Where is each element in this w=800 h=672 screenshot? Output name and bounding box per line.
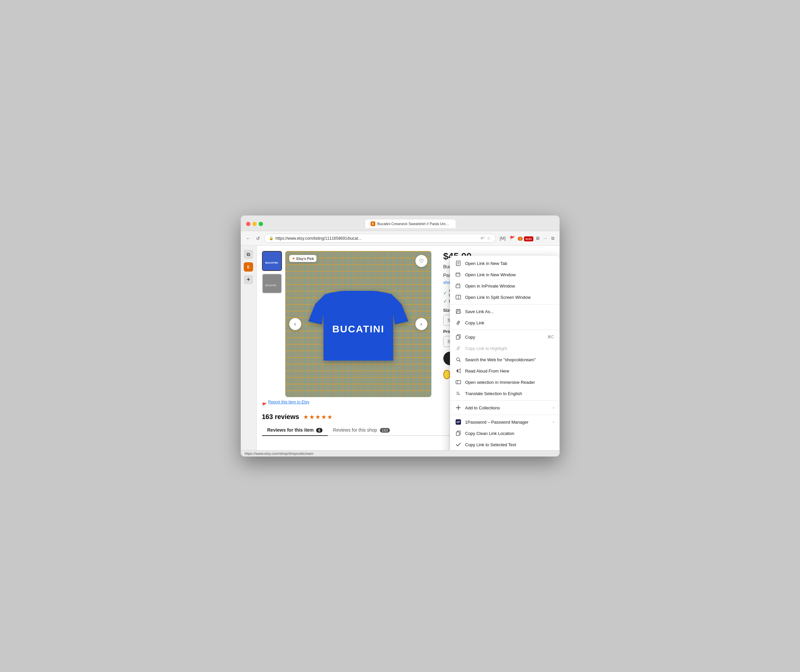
link-icon (455, 320, 461, 326)
title-bar: E Bucatini Crewneck Sweatshirt // Pasta … (241, 216, 560, 231)
sweatshirt-illustration: BUCATINI (305, 274, 411, 374)
copy-clean-icon (455, 430, 461, 436)
context-menu-item-open-split[interactable]: Open Link In Split Screen Window (450, 291, 560, 303)
copy-icon (455, 334, 461, 340)
context-menu-divider (450, 400, 560, 401)
browser-body: ⧉ E + BUCATINI (241, 246, 560, 450)
menu-item-label: Copy (465, 335, 543, 340)
sidebar-copy-icon[interactable]: ⧉ (244, 250, 253, 259)
star-seller-icon: ⭐ (443, 370, 450, 379)
status-url: https://www.etsy.com/shop/shopcoldcream (245, 451, 314, 456)
context-menu-item-read-aloud[interactable]: Read Aloud From Here (450, 365, 560, 376)
favorite-button[interactable]: ♡ (416, 255, 427, 267)
menu-item-label: Read Aloud From Here (465, 368, 554, 373)
svg-text:A: A (458, 393, 460, 396)
menu-item-label: Open in InPrivate Window (465, 283, 554, 288)
etsys-pick-badge: ★ Etsy's Pick (289, 255, 317, 262)
immersive-icon (455, 379, 461, 385)
menu-item-label: Copy Clean Link Location (465, 431, 554, 436)
collections-button[interactable]: [M] (498, 234, 507, 242)
context-menu-item-save-link[interactable]: Save Link As... (450, 306, 560, 317)
context-menu-item-copy-link[interactable]: Copy Link (450, 317, 560, 328)
prev-image-button[interactable]: ‹ (289, 318, 301, 330)
status-bar: https://www.etsy.com/shop/shopcoldcream (241, 450, 560, 456)
submenu-arrow-icon: › (553, 420, 554, 424)
back-button[interactable]: ← (245, 234, 252, 242)
context-menu-divider (450, 304, 560, 304)
thumbnail-list: BUCATINI BUCATINI (262, 251, 282, 397)
sidebar-etsy-icon[interactable]: E (244, 262, 253, 272)
report-link[interactable]: Report this item to Etsy (268, 400, 309, 405)
tab-shop-badge: 163 (380, 428, 390, 433)
tab-reviews-shop[interactable]: Reviews for this shop 163 (328, 425, 395, 435)
context-menu-item-copy-link-highlight: Copy Link to Highlight (450, 342, 560, 354)
context-menu-item-copy-clean[interactable]: Copy Clean Link Location (450, 428, 560, 439)
minimize-button[interactable] (253, 222, 257, 226)
context-menu-item-open-new-tab[interactable]: Open Link in New Tab (450, 258, 560, 269)
menu-item-label: Translate Selection to English (465, 391, 554, 396)
star-5: ★ (327, 413, 333, 421)
svg-text:BUCATINI: BUCATINI (266, 284, 276, 286)
grid-view-button[interactable]: ⊞ (534, 234, 541, 242)
context-menu-item-immersive[interactable]: Open selection in Immersive Reader (450, 376, 560, 388)
star-1: ★ (303, 413, 309, 421)
thumbnail-2[interactable]: BUCATINI (262, 274, 282, 293)
maximize-button[interactable] (259, 222, 263, 226)
tab-reviews-item[interactable]: Reviews for this item 6 (262, 425, 328, 435)
private-icon (455, 283, 461, 289)
toolbar: ← ↺ 🔒 https://www.etsy.com/listing/11116… (241, 231, 560, 246)
context-menu-item-open-new-window[interactable]: Open Link in New Window (450, 269, 560, 280)
svg-text:BUCATINI: BUCATINI (266, 261, 278, 264)
svg-rect-9 (456, 285, 460, 288)
context-menu-item-copy-selected[interactable]: Copy Link to Selected Text (450, 439, 560, 450)
context-menu-item-search-web[interactable]: Search the Web for "shopcoldcream" (450, 354, 560, 365)
menu-item-label: Add to Collections (465, 405, 549, 410)
menu-item-label: Open selection in Immersive Reader (465, 380, 554, 385)
translate-icon: 文A (455, 390, 461, 397)
svg-line-18 (459, 360, 460, 362)
close-button[interactable] (246, 222, 250, 226)
sidebar-add-icon[interactable]: + (244, 275, 253, 284)
1password-icon: 1P (455, 419, 461, 425)
pick-label: Etsy's Pick (296, 257, 314, 261)
product-gallery: BUCATINI BUCATINI (262, 251, 431, 397)
more-options-button[interactable]: ··· (542, 234, 549, 242)
tab-bar: E Bucatini Crewneck Sweatshirt // Pasta … (267, 219, 554, 228)
menu-item-label: Copy Link to Selected Text (465, 442, 554, 447)
highlight-icon (455, 345, 461, 351)
etsy-favicon: E (371, 221, 375, 226)
star-2: ★ (309, 413, 315, 421)
menu-item-label: Open Link in New Tab (465, 261, 554, 266)
product-bg: BUCATINI (285, 251, 431, 397)
toolbar-extras: [M] 🚩 9 auto ⊞ ··· ⧉ (498, 234, 555, 242)
sidebar-toggle-button[interactable]: ⧉ (550, 234, 555, 242)
flag-icon: 🚩 (262, 402, 267, 407)
extensions-badge: 9 (518, 237, 523, 241)
menu-item-label: Open Link in New Window (465, 272, 554, 277)
svg-rect-16 (456, 336, 459, 339)
thumbnail-1[interactable]: BUCATINI (262, 251, 282, 271)
menu-item-label: 1Password – Password Manager (465, 420, 549, 425)
url-text: https://www.etsy.com/listing/1111658691/… (276, 236, 479, 241)
lock-icon: 🔒 (269, 236, 274, 240)
read-mode-icon: Aᴬ (480, 236, 485, 240)
bookmark-icon[interactable]: ☆ (487, 236, 491, 241)
menu-item-label: Search the Web for "shopcoldcream" (465, 357, 554, 362)
context-menu-item-open-inprivate[interactable]: Open in InPrivate Window (450, 280, 560, 291)
traffic-lights (246, 222, 263, 226)
aloud-icon (455, 368, 461, 374)
context-menu-item-add-collections[interactable]: Add to Collections› (450, 402, 560, 413)
svg-rect-7 (456, 273, 460, 276)
next-image-button[interactable]: › (416, 318, 427, 330)
browser-tab[interactable]: E Bucatini Crewneck Sweatshirt // Pasta … (365, 219, 456, 228)
tab-title: Bucatini Crewneck Sweatshirt // Pasta Un… (377, 222, 450, 226)
context-menu-divider (450, 330, 560, 330)
auto-button[interactable]: auto (524, 237, 533, 242)
address-bar[interactable]: 🔒 https://www.etsy.com/listing/111165869… (264, 234, 496, 243)
context-menu-item-copy[interactable]: Copy⌘C (450, 331, 560, 342)
context-menu-item-1password[interactable]: 1P1Password – Password Manager› (450, 416, 560, 428)
extensions-button[interactable]: 🚩 (509, 234, 517, 242)
refresh-button[interactable]: ↺ (255, 234, 261, 242)
context-menu-item-translate[interactable]: 文ATranslate Selection to English (450, 388, 560, 399)
tab-item-label: Reviews for this item (267, 427, 314, 433)
